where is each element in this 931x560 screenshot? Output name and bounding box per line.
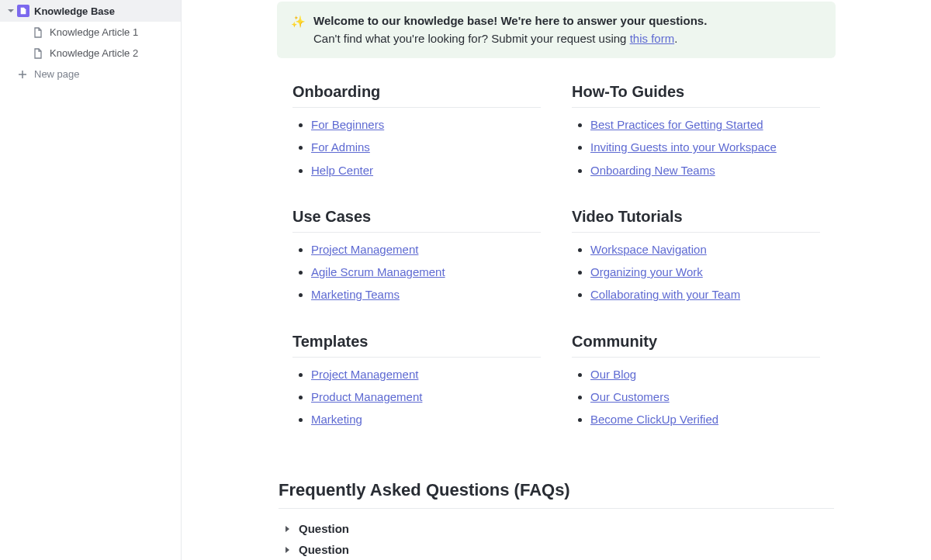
list-item: Agile Scrum Management bbox=[311, 264, 541, 280]
new-page-label: New page bbox=[34, 68, 80, 80]
link-marketing-template[interactable]: Marketing bbox=[311, 413, 362, 426]
sidebar-item-knowledge-base[interactable]: Knowledge Base bbox=[0, 0, 181, 22]
sidebar-item-label: Knowledge Article 1 bbox=[50, 26, 138, 38]
caret-right-icon bbox=[283, 525, 291, 533]
left-column: Onboarding For Beginners For Admins Help… bbox=[292, 83, 541, 457]
sidebar-item-article-2[interactable]: Knowledge Article 2 bbox=[0, 43, 181, 64]
list-item: For Beginners bbox=[311, 117, 541, 133]
list-item: Marketing Teams bbox=[311, 287, 541, 302]
callout-text: Welcome to our knowledge base! We're her… bbox=[313, 12, 707, 47]
list-item: Project Management bbox=[311, 242, 541, 258]
section-title: Community bbox=[572, 333, 820, 358]
link-for-admins[interactable]: For Admins bbox=[311, 140, 370, 154]
sidebar-root-label: Knowledge Base bbox=[34, 5, 115, 17]
list-item: Product Management bbox=[311, 389, 541, 405]
right-column: How-To Guides Best Practices for Getting… bbox=[572, 83, 820, 457]
callout-tail: . bbox=[674, 32, 677, 45]
link-help-center[interactable]: Help Center bbox=[311, 164, 373, 177]
chevron-down-icon bbox=[6, 6, 16, 16]
faq-item[interactable]: Question bbox=[279, 518, 834, 539]
link-collaborating[interactable]: Collaborating with your Team bbox=[590, 288, 740, 301]
link-workspace-nav[interactable]: Workspace Navigation bbox=[590, 243, 707, 256]
list-item: Organizing your Work bbox=[590, 264, 820, 280]
main-content: ✨ Welcome to our knowledge base! We're h… bbox=[182, 0, 931, 560]
list-item: Become ClickUp Verified bbox=[590, 412, 820, 427]
list-item: Collaborating with your Team bbox=[590, 287, 820, 302]
callout-plain: Can't find what you're looking for? Subm… bbox=[313, 32, 630, 45]
caret-right-icon bbox=[283, 546, 291, 554]
list-item: For Admins bbox=[311, 140, 541, 155]
link-our-blog[interactable]: Our Blog bbox=[590, 368, 636, 381]
list-item: Best Practices for Getting Started bbox=[590, 117, 820, 133]
plus-icon bbox=[17, 69, 28, 80]
link-onboarding-teams[interactable]: Onboarding New Teams bbox=[590, 164, 715, 177]
section-use-cases: Use Cases Project Management Agile Scrum… bbox=[292, 208, 541, 303]
link-best-practices[interactable]: Best Practices for Getting Started bbox=[590, 118, 763, 131]
section-video-tutorials: Video Tutorials Workspace Navigation Org… bbox=[572, 208, 820, 303]
link-our-customers[interactable]: Our Customers bbox=[590, 390, 670, 403]
link-inviting-guests[interactable]: Inviting Guests into your Workspace bbox=[590, 140, 777, 154]
sidebar-item-article-1[interactable]: Knowledge Article 1 bbox=[0, 22, 181, 43]
list-item: Project Management bbox=[311, 367, 541, 382]
section-title: Onboarding bbox=[292, 83, 541, 108]
sidebar: Knowledge Base Knowledge Article 1 Knowl… bbox=[0, 0, 182, 560]
list-item: Inviting Guests into your Workspace bbox=[590, 140, 820, 155]
sparkle-icon: ✨ bbox=[291, 13, 306, 31]
link-become-verified[interactable]: Become ClickUp Verified bbox=[590, 413, 718, 426]
page-icon bbox=[33, 27, 43, 38]
knowledge-base-icon bbox=[17, 5, 29, 17]
link-organizing-work[interactable]: Organizing your Work bbox=[590, 265, 703, 278]
list-item: Help Center bbox=[311, 163, 541, 178]
section-community: Community Our Blog Our Customers Become … bbox=[572, 333, 820, 428]
section-title: Use Cases bbox=[292, 208, 541, 233]
link-for-beginners[interactable]: For Beginners bbox=[311, 118, 384, 131]
this-form-link[interactable]: this form bbox=[630, 32, 675, 45]
section-how-to: How-To Guides Best Practices for Getting… bbox=[572, 83, 820, 178]
section-title: How-To Guides bbox=[572, 83, 820, 108]
link-project-mgmt-template[interactable]: Project Management bbox=[311, 368, 418, 381]
sidebar-item-label: Knowledge Article 2 bbox=[50, 47, 138, 59]
section-title: Templates bbox=[292, 333, 541, 358]
link-agile-scrum[interactable]: Agile Scrum Management bbox=[311, 265, 445, 278]
new-page-button[interactable]: New page bbox=[0, 64, 181, 85]
list-item: Marketing bbox=[311, 412, 541, 427]
faq-question-label: Question bbox=[299, 543, 349, 556]
page-icon bbox=[33, 48, 43, 59]
link-project-management[interactable]: Project Management bbox=[311, 243, 418, 256]
list-item: Onboarding New Teams bbox=[590, 163, 820, 178]
callout-bold: Welcome to our knowledge base! We're her… bbox=[313, 14, 707, 27]
section-title: Video Tutorials bbox=[572, 208, 820, 233]
section-templates: Templates Project Management Product Man… bbox=[292, 333, 541, 428]
section-onboarding: Onboarding For Beginners For Admins Help… bbox=[292, 83, 541, 178]
welcome-callout: ✨ Welcome to our knowledge base! We're h… bbox=[277, 2, 836, 58]
list-item: Our Blog bbox=[590, 367, 820, 382]
link-product-mgmt-template[interactable]: Product Management bbox=[311, 390, 422, 403]
link-marketing-teams[interactable]: Marketing Teams bbox=[311, 288, 400, 301]
faq-question-label: Question bbox=[299, 522, 349, 535]
faq-section: Frequently Asked Questions (FAQs) Questi… bbox=[277, 480, 836, 560]
list-item: Our Customers bbox=[590, 389, 820, 405]
faq-title: Frequently Asked Questions (FAQs) bbox=[279, 480, 834, 509]
faq-item[interactable]: Question bbox=[279, 539, 834, 560]
list-item: Workspace Navigation bbox=[590, 242, 820, 258]
